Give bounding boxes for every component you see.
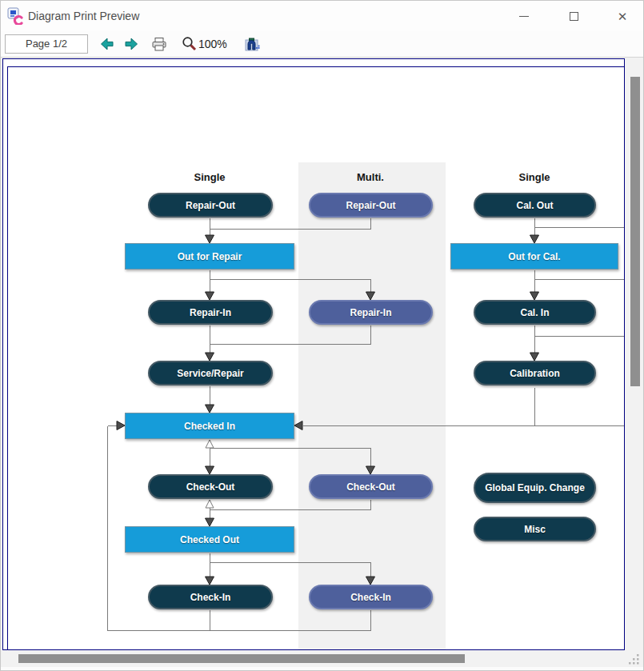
column-header-multi: Multi. [314,171,426,183]
node-check-out-multi: Check-Out [309,474,433,499]
horizontal-scrollbar[interactable] [1,651,644,667]
node-cal-in: Cal. In [474,300,596,325]
node-misc: Misc [474,517,596,541]
node-checked-in: Checked In [125,413,294,439]
close-icon: ✕ [618,10,628,22]
node-check-in-multi: Check-In [309,585,433,609]
back-arrow-icon [100,38,114,50]
printer-icon [151,37,167,52]
node-check-out-single: Check-Out [148,474,273,499]
column-header-single-left: Single [154,171,266,183]
node-checked-out: Checked Out [125,526,294,553]
toolbar: Page 1/2 100% [1,31,643,58]
close-button[interactable]: ✕ [604,1,641,31]
maximize-icon [570,12,578,21]
maximize-button[interactable] [555,1,592,31]
node-repair-out-multi: Repair-Out [309,193,433,218]
zoom-button[interactable] [181,35,198,53]
minimize-icon [519,16,529,17]
preview-viewport: Single Multi. Single Repair-Out Repair-O… [2,58,625,650]
vertical-scrollbar-thumb[interactable] [630,77,640,386]
previous-page-button[interactable] [98,35,116,53]
flowchart-canvas: Single Multi. Single Repair-Out Repair-O… [8,67,625,650]
page-indicator: Page 1/2 [5,34,88,54]
window-title: Diagram Print Preview [28,1,139,31]
vertical-scrollbar[interactable] [625,58,644,651]
node-repair-in-single: Repair-In [148,300,273,325]
app-icon [7,7,25,25]
zoom-level-label: 100% [198,35,227,53]
exit-preview-button[interactable] [243,35,261,53]
horizontal-scrollbar-thumb[interactable] [18,654,465,663]
minimize-button[interactable] [506,1,542,31]
resize-grip[interactable] [628,653,641,666]
magnifier-icon [182,36,198,52]
node-global-equip-change: Global Equip. Change [474,473,596,503]
door-icon [245,37,260,52]
title-bar: Diagram Print Preview ✕ [1,1,643,31]
next-page-button[interactable] [122,35,140,53]
preview-page: Single Multi. Single Repair-Out Repair-O… [7,66,625,650]
node-check-in-single: Check-In [148,585,273,609]
forward-arrow-icon [124,38,138,50]
print-button[interactable] [150,35,168,53]
node-out-for-cal: Out for Cal. [450,243,618,270]
node-repair-out-single: Repair-Out [148,193,273,218]
diagram-print-preview-window: Diagram Print Preview ✕ Page 1/2 [0,0,644,671]
node-calibration: Calibration [474,361,596,385]
node-repair-in-multi: Repair-In [309,300,433,325]
column-header-single-right: Single [478,171,590,183]
node-out-for-repair: Out for Repair [125,243,294,270]
node-cal-out: Cal. Out [474,193,596,218]
flow-connectors [8,67,625,650]
node-service-repair: Service/Repair [148,361,273,385]
